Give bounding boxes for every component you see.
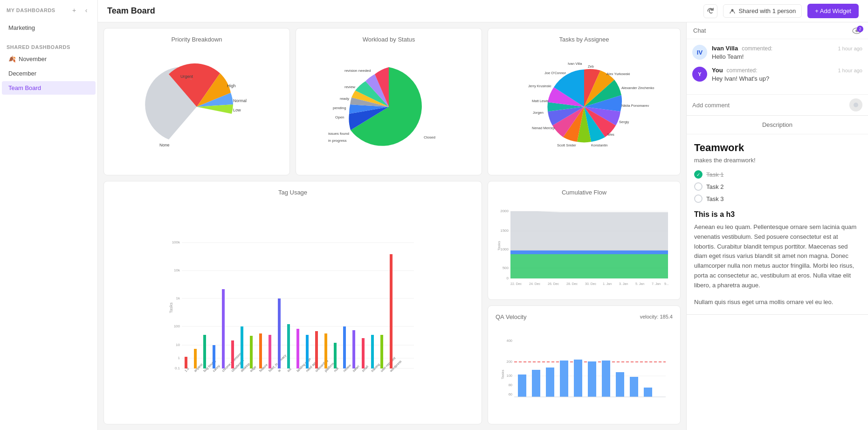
sidebar-item-label: December (8, 70, 36, 77)
sidebar-item-marketing[interactable]: Marketing (2, 21, 96, 35)
svg-rect-126 (560, 361, 568, 397)
priority-breakdown-chart: Urgent High Normal Low None (111, 47, 282, 167)
svg-text:100k: 100k (172, 240, 180, 244)
task-checkbox[interactable] (694, 194, 703, 203)
svg-text:60: 60 (509, 392, 512, 396)
svg-marker-101 (510, 211, 668, 250)
qa-velocity-widget: QA Velocity velocity: 185.4 400 200 100 … (488, 305, 681, 424)
svg-rect-128 (588, 361, 596, 397)
velocity-label: velocity: 185.4 (640, 314, 673, 319)
svg-rect-56 (241, 326, 243, 368)
svg-rect-54 (231, 340, 234, 368)
eye-badge: 2 (852, 28, 861, 34)
svg-text:0: 0 (507, 276, 509, 280)
svg-text:Tasks: Tasks (169, 302, 173, 313)
topbar-actions: Shared with 1 person + Add Widget (703, 4, 859, 18)
svg-text:10: 10 (176, 343, 180, 347)
shared-button[interactable]: Shared with 1 person (723, 4, 802, 18)
sidebar-item-team-board[interactable]: Team Board (2, 81, 96, 95)
svg-text:5. Jan: 5. Jan (635, 282, 644, 285)
svg-rect-46 (194, 349, 197, 368)
svg-text:Ivan Villa: Ivan Villa (568, 62, 582, 66)
svg-text:Matt Lewis: Matt Lewis (532, 99, 549, 103)
svg-text:1: 1 (178, 356, 180, 360)
task-list: ✓ Task 1 Task 2 Task 3 (694, 170, 861, 203)
svg-text:Nenad Merćep: Nenad Merćep (532, 126, 555, 130)
chat-input-area (687, 94, 868, 115)
shared-label: Shared with 1 person (738, 7, 796, 14)
svg-rect-130 (616, 372, 624, 397)
my-dashboards-header: MY DASHBOARDS + ‹ (0, 0, 97, 21)
svg-text:review: review (344, 85, 355, 89)
cumulative-flow-title: Cumulative Flow (496, 189, 673, 196)
task-item: Task 2 (694, 182, 861, 191)
svg-text:3. Jan: 3. Jan (619, 282, 628, 285)
chat-send-button[interactable] (849, 98, 862, 111)
svg-text:in progress: in progress (328, 139, 347, 143)
svg-rect-68 (296, 329, 299, 368)
svg-text:Nikita Ponomarev: Nikita Ponomarev (621, 104, 649, 108)
svg-rect-80 (352, 330, 355, 368)
svg-text:ie: ie (277, 368, 282, 373)
dashboard-grid: Priority Breakdown (98, 22, 686, 430)
content-area: Priority Breakdown (98, 22, 868, 430)
svg-rect-129 (602, 361, 610, 397)
svg-rect-48 (203, 335, 206, 368)
refresh-button[interactable] (703, 4, 717, 18)
svg-rect-78 (343, 326, 346, 368)
tasks-by-assignee-chart: Zeb Alex Yurkowski Alexander Zinchenko N… (496, 47, 673, 167)
svg-text:24. Dec: 24. Dec (529, 282, 541, 285)
svg-rect-58 (250, 336, 253, 368)
svg-rect-124 (532, 370, 540, 397)
svg-rect-88 (390, 254, 393, 368)
task-checkbox[interactable] (694, 182, 703, 191)
svg-text:Scott Snider: Scott Snider (557, 143, 576, 147)
svg-text:10k: 10k (174, 268, 180, 272)
svg-text:30. Dec: 30. Dec (585, 282, 597, 285)
sidebar-item-december[interactable]: December (2, 67, 96, 80)
add-dashboard-button[interactable]: + (69, 6, 79, 15)
svg-rect-76 (334, 343, 337, 368)
tag-usage-widget: Tag Usage 100k 10k 1k 100 10 1 0.1 (103, 181, 482, 425)
task-label: Task 2 (706, 183, 724, 190)
topbar: Team Board Shared with 1 person + Add Wi… (98, 0, 868, 22)
svg-rect-50 (213, 345, 215, 368)
workload-by-status-chart: revision needed review ready pending Ope… (303, 47, 474, 167)
svg-text:100: 100 (174, 324, 180, 328)
sidebar-header-actions: + ‹ (69, 6, 91, 15)
priority-breakdown-title: Priority Breakdown (111, 36, 282, 43)
tag-usage-chart: 100k 10k 1k 100 10 1 0.1 (111, 200, 474, 417)
svg-text:80: 80 (509, 383, 512, 387)
eye-count: 2 (857, 26, 863, 32)
svg-text:pending: pending (333, 106, 346, 110)
svg-text:Sergiy: Sergiy (619, 120, 629, 124)
add-widget-button[interactable]: + Add Widget (807, 4, 859, 18)
shared-dashboards-label: SHARED DASHBOARDS (0, 39, 97, 52)
chat-message-header: You commented: 1 hour ago (712, 67, 862, 74)
svg-rect-52 (222, 289, 225, 368)
chat-input[interactable] (692, 102, 846, 109)
chat-action: commented: (742, 45, 772, 52)
svg-text:0.1: 0.1 (175, 366, 180, 370)
svg-rect-60 (259, 333, 262, 368)
collapse-sidebar-button[interactable]: ‹ (82, 6, 91, 15)
svg-point-136 (854, 103, 858, 107)
svg-text:Jerry Krusinski: Jerry Krusinski (528, 84, 551, 88)
svg-text:revision needed: revision needed (344, 69, 371, 73)
svg-rect-82 (362, 338, 365, 368)
chat-author: You (712, 67, 723, 74)
right-panel: Chat 2 IV Ivan (686, 22, 868, 430)
svg-rect-123 (518, 375, 526, 397)
main-area: Team Board Shared with 1 person + Add Wi… (98, 0, 868, 430)
tag-usage-title: Tag Usage (111, 189, 474, 196)
task-checkbox[interactable]: ✓ (694, 170, 703, 179)
svg-text:100: 100 (506, 374, 512, 378)
svg-text:Jorgen: Jorgen (533, 111, 544, 115)
chat-message-content: Ivan Villa commented: 1 hour ago Hello T… (712, 45, 862, 60)
svg-text:Konstantin: Konstantin (591, 143, 607, 147)
svg-rect-66 (287, 324, 290, 368)
chat-header: Chat 2 (687, 22, 868, 39)
sidebar-item-november[interactable]: 🍂November (2, 52, 96, 66)
svg-text:High: High (227, 83, 236, 88)
page-title: Team Board (107, 6, 155, 16)
